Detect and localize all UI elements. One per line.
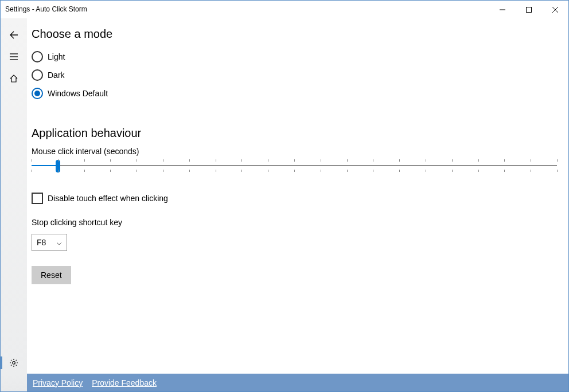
back-arrow-icon — [9, 30, 18, 40]
mode-radio-windows-default[interactable]: Windows Default — [32, 84, 557, 103]
svg-rect-1 — [527, 7, 532, 12]
settings-content: Choose a mode Light Dark Windows Default… — [27, 18, 568, 374]
settings-nav-button[interactable] — [1, 352, 27, 374]
caption-buttons — [489, 1, 568, 18]
shortcut-combo[interactable]: F8 — [32, 234, 67, 251]
radio-icon — [32, 51, 43, 62]
back-button[interactable] — [1, 24, 27, 46]
checkbox-icon — [32, 193, 43, 204]
provide-feedback-link[interactable]: Provide Feedback — [92, 378, 157, 387]
nav-rail — [1, 18, 27, 374]
radio-label: Dark — [48, 70, 65, 80]
interval-label: Mouse click interval (seconds) — [32, 147, 557, 156]
window-title: Settings - Auto Click Storm — [5, 1, 87, 18]
radio-label: Windows Default — [48, 89, 108, 98]
footer-bar: Privacy Policy Provide Feedback — [27, 374, 568, 391]
hamburger-icon — [9, 52, 18, 61]
radio-icon — [32, 69, 43, 81]
privacy-policy-link[interactable]: Privacy Policy — [33, 378, 83, 387]
radio-icon — [32, 88, 43, 99]
chevron-down-icon — [56, 238, 62, 247]
disable-touch-checkbox[interactable]: Disable touch effect when clicking — [32, 193, 557, 204]
menu-button[interactable] — [1, 46, 27, 68]
mode-radio-dark[interactable]: Dark — [32, 66, 557, 84]
maximize-button[interactable] — [516, 1, 542, 18]
slider-track — [32, 165, 557, 166]
home-button[interactable] — [1, 68, 27, 89]
title-bar: Settings - Auto Click Storm — [1, 1, 568, 18]
minimize-button[interactable] — [489, 1, 516, 18]
nav-rail-footer-bg — [1, 374, 27, 391]
gear-icon — [9, 358, 18, 367]
shortcut-label: Stop clicking shortcut key — [32, 218, 557, 227]
mode-heading: Choose a mode — [32, 28, 557, 41]
checkbox-label: Disable touch effect when clicking — [48, 194, 168, 203]
mode-radio-light[interactable]: Light — [32, 48, 557, 66]
behaviour-heading: Application behaviour — [32, 127, 557, 140]
interval-slider[interactable] — [32, 159, 557, 178]
close-button[interactable] — [542, 1, 568, 18]
home-icon — [9, 74, 18, 83]
svg-point-7 — [13, 362, 15, 364]
reset-button[interactable]: Reset — [32, 266, 71, 284]
radio-label: Light — [48, 52, 65, 61]
combo-value: F8 — [37, 238, 46, 247]
slider-fill — [32, 165, 58, 166]
